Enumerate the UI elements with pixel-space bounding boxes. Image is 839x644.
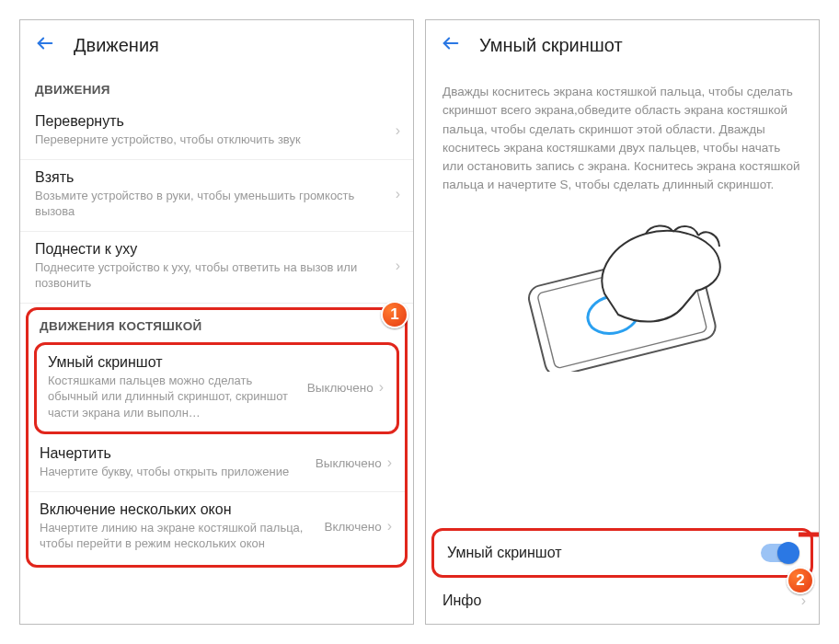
row-desc: Поднесите устройство к уху, чтобы ответи… — [35, 259, 390, 292]
row-draw[interactable]: Начертить Начертите букву, чтобы открыть… — [29, 436, 405, 492]
smart-screenshot-screen: Умный скриншот Дважды коснитесь экрана к… — [425, 19, 820, 625]
row-multiwindow[interactable]: Включение нескольких окон Начертите лини… — [29, 492, 405, 563]
toggle-highlight: 2 Умный скриншот — [431, 528, 813, 578]
row-value: Включено — [324, 520, 381, 534]
appbar: Умный скриншот — [426, 20, 819, 74]
back-arrow-icon[interactable] — [35, 33, 55, 57]
chevron-right-icon: › — [387, 518, 392, 535]
row-title: Инфо — [442, 592, 796, 609]
chevron-right-icon: › — [379, 379, 384, 396]
appbar: Движения — [20, 20, 413, 74]
row-desc: Начертите линию на экране костяшкой паль… — [40, 520, 315, 552]
row-info[interactable]: Инфо › — [426, 578, 819, 624]
knuckle-gesture-illustration — [426, 202, 819, 529]
step-badge-1: 1 — [381, 301, 408, 328]
row-title: Начертить — [40, 445, 306, 462]
section-header-knuckle: ДВИЖЕНИЯ КОСТЯШКОЙ — [29, 310, 405, 340]
row-desc: Костяшками пальцев можно сделать обычный… — [48, 373, 298, 421]
row-desc: Возьмите устройство в руки, чтобы уменьш… — [35, 188, 390, 220]
row-desc: Начертите букву, чтобы открыть приложени… — [40, 464, 306, 480]
row-smart-screenshot[interactable]: Умный скриншот Костяшками пальцев можно … — [37, 345, 397, 432]
row-pickup[interactable]: Взять Возьмите устройство в руки, чтобы … — [20, 160, 413, 232]
row-title: Включение нескольких окон — [40, 501, 315, 518]
chevron-right-icon: › — [396, 258, 400, 274]
row-value: Выключено — [316, 456, 382, 470]
toggle-switch[interactable] — [761, 544, 798, 562]
step-badge-2: 2 — [787, 567, 814, 594]
chevron-right-icon: › — [396, 186, 400, 202]
row-smart-screenshot-toggle[interactable]: Умный скриншот — [434, 531, 810, 575]
toggle-label: Умный скриншот — [447, 545, 761, 561]
motions-settings-screen: Движения ДВИЖЕНИЯ Перевернуть Перевернит… — [19, 19, 414, 625]
description-text: Дважды коснитесь экрана костяшкой пальца… — [426, 74, 819, 202]
row-raise-to-ear[interactable]: Поднести к уху Поднесите устройство к ух… — [20, 232, 413, 304]
row-title: Перевернуть — [35, 113, 390, 130]
row-title: Умный скриншот — [48, 354, 298, 371]
page-title: Умный скриншот — [479, 35, 623, 56]
row-title: Взять — [35, 169, 390, 186]
row-flip[interactable]: Перевернуть Переверните устройство, чтоб… — [20, 104, 413, 160]
row-value: Выключено — [307, 381, 374, 395]
row-title: Поднести к уху — [35, 241, 390, 258]
chevron-right-icon: › — [801, 592, 806, 609]
row-desc: Переверните устройство, чтобы отключить … — [35, 132, 390, 148]
smart-screenshot-row-highlight: Умный скриншот Костяшками пальцев можно … — [34, 342, 399, 435]
chevron-right-icon: › — [387, 454, 392, 471]
chevron-right-icon: › — [396, 122, 400, 139]
arrow-right-annotation-icon — [799, 523, 820, 546]
knuckle-section-highlight: 1 ДВИЖЕНИЯ КОСТЯШКОЙ Умный скриншот Кост… — [26, 307, 408, 568]
back-arrow-icon[interactable] — [441, 33, 461, 57]
page-title: Движения — [74, 35, 159, 56]
section-header-motions: ДВИЖЕНИЯ — [20, 74, 413, 104]
